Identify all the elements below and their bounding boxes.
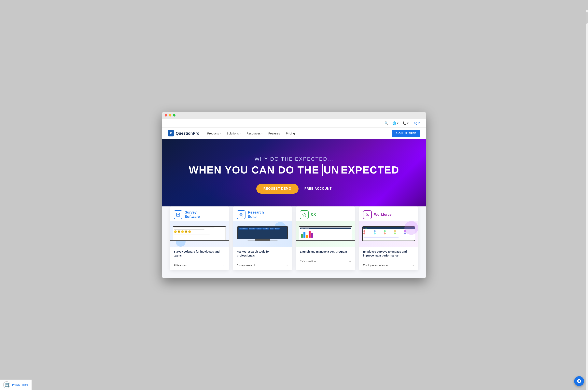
research-card-icon: [237, 210, 245, 219]
avatar-10: [404, 233, 406, 235]
survey-card-links: All features →: [174, 261, 225, 267]
login-link[interactable]: Log In: [412, 121, 420, 125]
close-button[interactable]: [165, 114, 167, 116]
logo-letter: P: [170, 132, 172, 135]
cx-card-header: CX: [296, 206, 355, 221]
research-card-header: ResearchSuite: [233, 206, 292, 221]
globe-icon: 🌐: [392, 121, 396, 125]
logo-text: QuestionPro: [176, 131, 199, 136]
workforce-card-body: Employee surveys to engage and improve t…: [359, 247, 418, 270]
research-card-title: ResearchSuite: [248, 210, 264, 219]
avatar-2: [374, 230, 376, 232]
research-description: Market research tools for professionals: [237, 250, 288, 257]
hero-title-part1: WHEN YOU CAN DO THE: [189, 164, 323, 176]
research-link-label: Survey research: [237, 264, 255, 267]
language-button[interactable]: 🌐 ▾: [392, 121, 398, 125]
survey-all-features-link[interactable]: All features →: [174, 263, 225, 267]
search-icon: 🔍: [385, 121, 389, 125]
survey-laptop-base: [170, 240, 229, 241]
hero-title: WHEN YOU CAN DO THE UNEXPECTED: [189, 164, 399, 176]
logo[interactable]: P QuestionPro: [168, 130, 199, 137]
nav-resources-label: Resources: [246, 132, 261, 135]
nav-solutions-label: Solutions: [227, 132, 239, 135]
nav-products[interactable]: Products ▾: [207, 132, 221, 135]
avatar-1: [363, 230, 365, 232]
nav-features[interactable]: Features: [268, 132, 280, 135]
research-chip-services: Services: [275, 228, 279, 230]
workforce-experience-link[interactable]: Employee experience →: [363, 263, 414, 267]
survey-emojis: 😞 😕 😐 🙂 😊: [174, 230, 225, 233]
resources-chevron-icon: ▾: [261, 132, 262, 135]
research-chip-edition: Research Edition: [239, 228, 248, 230]
avatar-4: [394, 230, 396, 232]
hero-title-highlight: UN: [322, 164, 340, 176]
survey-card-image: 😞 😕 😐 🙂 😊: [170, 221, 229, 247]
workforce-card-title: Workforce: [374, 213, 392, 217]
phone-button[interactable]: 📞 ▾: [402, 121, 409, 125]
cx-card: CX Sentiment Analysis: [296, 206, 355, 270]
research-card-image: Research Edition Communities Audience In…: [233, 221, 292, 247]
search-button[interactable]: 🔍: [385, 121, 389, 125]
survey-link-arrow: →: [222, 264, 225, 267]
utility-bar: 🔍 🌐 ▾ 📞 ▾ Log In: [162, 119, 426, 128]
survey-card: SurveySoftware 😞 😕 😐 🙂: [170, 206, 229, 270]
research-desktop-mock: Research Edition Communities Audience In…: [237, 226, 288, 241]
survey-laptop-mock: 😞 😕 😐 🙂 😊: [173, 226, 226, 241]
survey-link-label: All features: [174, 264, 187, 267]
nav-resources[interactable]: Resources ▾: [246, 132, 262, 135]
fullscreen-button[interactable]: [173, 114, 176, 116]
nav-solutions[interactable]: Solutions ▾: [227, 132, 241, 135]
request-demo-button[interactable]: REQUEST DEMO: [256, 184, 298, 194]
research-desktop-stand: [255, 239, 270, 241]
browser-window: 🔍 🌐 ▾ 📞 ▾ Log In P QuestionPro Products …: [162, 112, 426, 278]
svg-point-3: [240, 214, 242, 215]
research-chip-audience: Audience: [256, 228, 262, 230]
phone-chevron: ▾: [407, 121, 409, 125]
workforce-description: Employee surveys to engage and improve t…: [363, 250, 414, 257]
research-card-body: Market research tools for professionals …: [233, 247, 292, 270]
products-section: SurveySoftware 😞 😕 😐 🙂: [162, 206, 426, 278]
svg-rect-0: [177, 213, 180, 216]
workforce-card-icon: [363, 210, 372, 219]
cx-card-icon: [300, 210, 309, 219]
survey-card-body: Survey software for indviduals and teams…: [170, 247, 229, 270]
research-chip-insightshub: InsightsHub: [262, 228, 269, 230]
svg-point-5: [367, 213, 368, 214]
cx-bar-1: [301, 234, 303, 238]
cx-description: Launch and manage a VoC program: [300, 250, 351, 254]
cx-card-links: CX closed loop →: [300, 257, 351, 263]
cx-closed-loop-link[interactable]: CX closed loop →: [300, 259, 351, 263]
phone-icon: 📞: [402, 121, 406, 125]
survey-card-header: SurveySoftware: [170, 206, 229, 221]
survey-card-icon: [174, 210, 182, 219]
mac-titlebar: [162, 112, 426, 119]
research-chip-communities: Communities: [249, 228, 255, 230]
cx-card-body: Launch and manage a VoC program CX close…: [296, 247, 355, 267]
hero-title-part2: EXPECTED: [341, 164, 399, 176]
cx-link-label: CX closed loop: [300, 260, 317, 263]
research-chip-digsite: Digsite: [270, 228, 274, 230]
main-navbar: P QuestionPro Products ▾ Solutions ▾ Res…: [162, 128, 426, 139]
cx-card-title: CX: [311, 213, 316, 217]
signup-button[interactable]: SIGN UP FREE: [392, 130, 420, 137]
research-desktop-base: [247, 241, 278, 241]
nav-pricing-label: Pricing: [286, 132, 295, 135]
cx-bar-2: [303, 232, 305, 238]
workforce-link-arrow: →: [411, 264, 414, 267]
solutions-chevron-icon: ▾: [240, 132, 241, 135]
minimize-button[interactable]: [169, 114, 171, 116]
avatar-3: [384, 230, 386, 232]
workforce-link-label: Employee experience: [363, 264, 388, 267]
svg-line-2: [242, 215, 243, 216]
free-account-button[interactable]: FREE ACCOUNT: [304, 187, 332, 191]
nav-pricing[interactable]: Pricing: [286, 132, 295, 135]
svg-marker-4: [302, 213, 306, 216]
avatar-9: [394, 233, 396, 235]
cx-bar-chart: [300, 230, 351, 238]
products-chevron-icon: ▾: [220, 132, 221, 135]
survey-screen: 😞 😕 😐 🙂 😊: [173, 226, 226, 240]
research-survey-link[interactable]: Survey research →: [237, 263, 288, 267]
products-grid: SurveySoftware 😞 😕 😐 🙂: [170, 206, 418, 270]
hero-buttons: REQUEST DEMO FREE ACCOUNT: [256, 184, 332, 194]
cx-card-image: Sentiment Analysis: [296, 221, 355, 247]
